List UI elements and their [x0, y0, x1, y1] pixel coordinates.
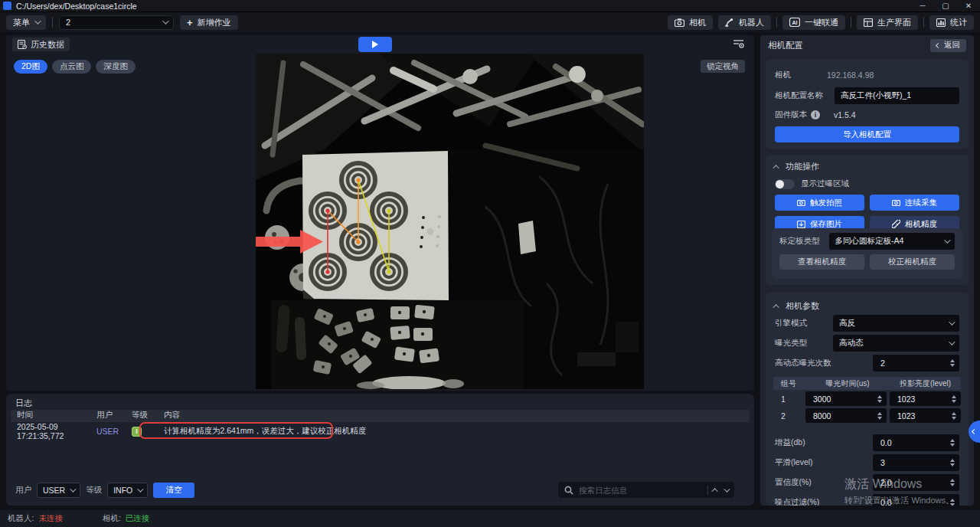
- bar-chart-icon: [936, 18, 946, 27]
- tab-2d-view[interactable]: 2D图: [14, 60, 47, 74]
- params-section-label: 相机参数: [786, 300, 819, 312]
- continuous-capture-button[interactable]: 连续采集: [870, 195, 959, 211]
- exposure-time-value: 3000: [813, 394, 831, 404]
- brightness-value: 1023: [897, 411, 915, 421]
- history-icon: [18, 40, 27, 49]
- production-ui-button[interactable]: 生产界面: [857, 15, 918, 30]
- engine-mode-value: 高反: [839, 318, 855, 329]
- view-accuracy-button[interactable]: 查看相机精度: [779, 254, 864, 270]
- divider: [707, 486, 708, 495]
- trigger-capture-button[interactable]: 触发拍照: [775, 195, 864, 211]
- camera-image-scene: [256, 54, 644, 389]
- log-row[interactable]: 2025-05-09 17:21:35,772 USER I 计算相机精度为2.…: [11, 424, 750, 438]
- maximize-button[interactable]: ▢: [934, 0, 957, 12]
- new-job-label: 新增作业: [198, 17, 231, 28]
- confidence-spinner[interactable]: 2.0: [873, 474, 959, 491]
- robot-status-label: 机器人:: [8, 513, 34, 524]
- job-selector-value: 2: [66, 18, 70, 27]
- plus-icon: +: [187, 18, 193, 28]
- exposure-time-spinner[interactable]: 3000: [805, 391, 887, 406]
- camera-config-title: 相机配置: [768, 40, 803, 51]
- run-button[interactable]: [358, 37, 392, 52]
- import-config-button[interactable]: 导入相机配置: [775, 126, 959, 142]
- calibration-board-card: 标定板类型 多同心圆标定板-A4 查看相机精度 校正相机精度: [772, 228, 962, 279]
- smooth-label: 平滑(level): [775, 457, 873, 468]
- exposure-time-spinner[interactable]: 8000: [805, 408, 887, 423]
- divider: [923, 17, 924, 28]
- production-ui-label: 生产界面: [877, 17, 911, 28]
- chevron-down-icon: [137, 486, 143, 492]
- params-section-header[interactable]: 相机参数: [766, 300, 969, 312]
- robot-button[interactable]: 机器人: [718, 15, 771, 30]
- lock-view-button[interactable]: 锁定视角: [701, 60, 745, 73]
- config-name-input[interactable]: 高反工件(小视野)_1: [835, 87, 959, 104]
- exp-row-id: 2: [773, 411, 805, 421]
- noise-filter-label: 噪点过滤(%): [775, 497, 873, 506]
- smooth-spinner[interactable]: 3: [873, 454, 959, 471]
- info-icon[interactable]: i: [811, 110, 820, 119]
- smooth-value: 3: [880, 458, 885, 467]
- one-key-connect-button[interactable]: AI 一键联通: [782, 15, 845, 30]
- board-type-dropdown[interactable]: 多同心圆标定板-A4: [829, 233, 956, 250]
- function-section-header[interactable]: 功能操作: [766, 161, 969, 172]
- exposure-type-dropdown[interactable]: 高动态: [833, 335, 959, 352]
- window-title-bar: C:/Users/dex/Desktop/case1circle ─ ▢ ✕: [0, 0, 980, 12]
- play-icon: [372, 41, 378, 48]
- minimize-button[interactable]: ─: [911, 0, 934, 12]
- camera-image-view[interactable]: [256, 54, 644, 389]
- camera-button[interactable]: 相机: [668, 15, 713, 30]
- engine-mode-dropdown[interactable]: 高反: [833, 315, 959, 332]
- brightness-spinner[interactable]: 1023: [890, 391, 961, 406]
- save-image-icon: [797, 221, 805, 228]
- statistics-label: 统计: [950, 17, 967, 28]
- log-search-input[interactable]: [579, 486, 678, 495]
- log-row-time: 2025-05-09 17:21:35,772: [11, 422, 96, 440]
- history-data-label: 历史数据: [31, 39, 64, 51]
- chevron-up-icon: [773, 304, 779, 310]
- level-filter-dropdown[interactable]: INFO: [107, 483, 148, 498]
- log-search[interactable]: [558, 482, 734, 498]
- menu-button[interactable]: 菜单: [6, 15, 46, 30]
- log-col-user: 用户: [96, 410, 132, 422]
- calibration-board: [302, 151, 449, 300]
- firmware-label: 固件版本: [775, 110, 807, 120]
- gain-spinner[interactable]: 0.0: [873, 434, 959, 451]
- log-panel: 日志 时间 用户 等级 内容 2025-05-09 17:21:35,772 U…: [6, 394, 754, 506]
- confidence-label: 置信度(%): [775, 477, 873, 488]
- hdr-count-spinner[interactable]: 2: [873, 355, 959, 372]
- tab-pointcloud-view[interactable]: 点云图: [52, 60, 92, 74]
- trigger-capture-label: 触发拍照: [810, 198, 842, 208]
- tab-depth-view[interactable]: 深度图: [96, 60, 136, 74]
- job-selector[interactable]: 2: [59, 15, 174, 30]
- overexposure-toggle[interactable]: [775, 179, 795, 189]
- history-data-button[interactable]: 历史数据: [12, 38, 70, 51]
- camera-icon: [892, 199, 900, 206]
- noise-filter-spinner[interactable]: 0.0: [873, 494, 959, 506]
- search-prev-icon[interactable]: [711, 488, 717, 494]
- main-toolbar: 菜单 2 + 新增作业 相机 机器人 AI 一键联通: [0, 12, 980, 32]
- clear-log-button[interactable]: 清空: [153, 483, 194, 498]
- new-job-button[interactable]: + 新增作业: [180, 15, 238, 30]
- user-filter-dropdown[interactable]: USER: [37, 483, 80, 498]
- back-label: 返回: [944, 40, 960, 51]
- brightness-value: 1023: [897, 394, 915, 404]
- log-col-level: 等级: [132, 410, 162, 422]
- display-settings-icon[interactable]: [733, 38, 745, 49]
- chevron-up-icon: [773, 165, 779, 171]
- exposure-type-value: 高动态: [839, 338, 864, 349]
- exposure-row: 2 8000 1023: [773, 408, 961, 424]
- log-filter-controls: 用户 USER 等级 INFO 清空: [15, 483, 194, 498]
- exp-col-id: 组号: [773, 378, 805, 389]
- back-button[interactable]: 返回: [930, 39, 966, 52]
- divider: [776, 17, 777, 28]
- log-col-time: 时间: [11, 410, 96, 422]
- close-button[interactable]: ✕: [957, 0, 980, 12]
- camera-ip-value: 192.168.4.98: [827, 70, 874, 80]
- calibrate-accuracy-button[interactable]: 校正相机精度: [870, 254, 955, 270]
- chevron-down-icon: [949, 319, 955, 325]
- brightness-spinner[interactable]: 1023: [890, 408, 961, 423]
- log-highlight-box: [139, 422, 333, 439]
- ruler-icon: [892, 220, 900, 228]
- search-next-icon[interactable]: [724, 486, 730, 492]
- statistics-button[interactable]: 统计: [929, 15, 974, 30]
